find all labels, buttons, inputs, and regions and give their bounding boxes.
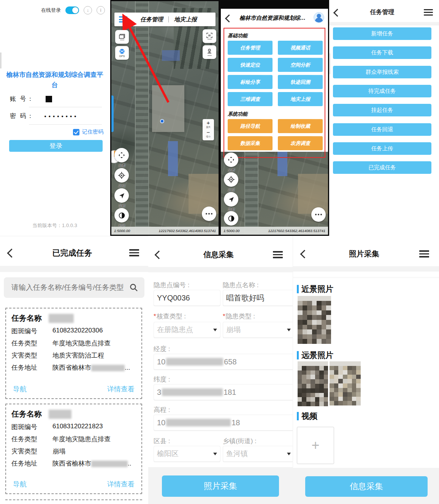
- menu-item-quick-locate[interactable]: 快速定位: [228, 58, 273, 72]
- menu-item-disaster-report[interactable]: 地灾上报: [278, 92, 323, 106]
- hazard-type-select[interactable]: 崩塌: [223, 322, 293, 338]
- tool-tiny-label: [208, 55, 212, 56]
- menu-item-plot-share[interactable]: 标绘分享: [228, 75, 273, 89]
- completed-tasks-button[interactable]: 已完成任务: [333, 161, 431, 174]
- zoom-out-button[interactable]: −: [207, 130, 210, 135]
- public-report-clue-button[interactable]: 群众举报线索: [333, 66, 431, 78]
- zoom-in-label: 放大: [206, 126, 211, 129]
- task-name-row: 任务名称: [11, 313, 136, 323]
- task-download-button[interactable]: 任务下载: [333, 46, 431, 59]
- menu-item-3d-survey[interactable]: 三维调查: [228, 92, 273, 106]
- far-photo-thumbnail[interactable]: [330, 361, 361, 405]
- remember-password-checkbox[interactable]: [73, 129, 79, 135]
- online-login-toggle[interactable]: [65, 6, 79, 14]
- altitude-label: 高程 :: [154, 405, 170, 414]
- search-icon[interactable]: [129, 283, 138, 292]
- todo-tasks-button[interactable]: 待完成任务: [333, 85, 431, 97]
- navigate-button[interactable]: [224, 192, 238, 207]
- stakeout-button[interactable]: [203, 45, 216, 59]
- task-card[interactable]: 任务名称 图斑编号61082320220306 任务类型年度地灾隐患点排查 灾害…: [5, 308, 142, 399]
- version-text: 当前版本号：1.0.0.3: [0, 222, 109, 229]
- search-input[interactable]: [11, 283, 129, 292]
- navigate-link[interactable]: 导航: [13, 480, 27, 489]
- point-no-field[interactable]: YYQ0036: [154, 290, 220, 306]
- select-extent-button[interactable]: [203, 29, 216, 43]
- locate-button[interactable]: [114, 168, 129, 183]
- avatar[interactable]: [314, 12, 324, 23]
- address-value: 陕西省榆林市..: [52, 459, 131, 468]
- menu-item-track-playback[interactable]: 轨迹回溯: [278, 75, 323, 89]
- locate-label: 定位: [111, 183, 132, 188]
- map-coordinates: 12217602.543362,4614083.513741: [268, 229, 325, 233]
- update-icon[interactable]: ↓: [84, 6, 92, 14]
- menu-item-data-collection[interactable]: 数据采集: [228, 136, 273, 150]
- county-select[interactable]: 榆阳区: [154, 446, 220, 462]
- menu-item-spatial-analysis[interactable]: 空间分析: [278, 58, 323, 72]
- address-value: 陕西省榆林市...: [52, 363, 130, 372]
- login-button[interactable]: 登录: [9, 140, 103, 152]
- scrollbar[interactable]: [0, 52, 2, 68]
- detail-link[interactable]: 详情查看: [107, 480, 135, 489]
- locate-button[interactable]: [224, 172, 238, 187]
- task-rollback-button[interactable]: 任务回退: [333, 123, 431, 136]
- back-icon[interactable]: [7, 248, 16, 258]
- task-card[interactable]: 任务名称 图斑编号61083120221823 任务类型年度地灾隐患点排查 灾害…: [5, 404, 142, 494]
- task-name-label: 任务名称: [11, 313, 42, 323]
- more-button[interactable]: [311, 207, 326, 222]
- altitude-field[interactable]: 1018: [154, 415, 293, 431]
- back-icon[interactable]: [225, 14, 233, 22]
- section-accent-bar: [297, 351, 299, 359]
- fullextent-button[interactable]: [224, 153, 238, 167]
- point-name-field[interactable]: 唱首歌好吗: [223, 290, 293, 306]
- zoom-in-button[interactable]: +: [207, 120, 210, 126]
- back-icon[interactable]: [333, 9, 341, 17]
- gps-button[interactable]: GPS: [115, 46, 129, 60]
- back-icon[interactable]: [155, 251, 163, 259]
- contrast-button[interactable]: [114, 208, 129, 223]
- latitude-label: 纬度 :: [154, 375, 170, 384]
- menu-item-video-call[interactable]: 视频通话: [278, 41, 323, 55]
- remember-password-label: 记住密码: [82, 129, 103, 135]
- menu-hamburger-icon[interactable]: [273, 250, 283, 260]
- near-photo-thumbnail[interactable]: [298, 296, 331, 344]
- far-photos-section-title: 远景照片: [297, 350, 333, 361]
- longitude-field[interactable]: 10658: [154, 354, 293, 370]
- menu-hamburger-icon[interactable]: [129, 248, 139, 258]
- basemap-layers-button[interactable]: [115, 30, 129, 44]
- far-photo-thumbnail[interactable]: [298, 361, 328, 406]
- detail-link[interactable]: 详情查看: [107, 385, 135, 394]
- info-icon[interactable]: i: [97, 6, 105, 14]
- field-label: 任务类型: [11, 435, 52, 444]
- latitude-field[interactable]: 3181: [154, 384, 293, 400]
- menu-item-task-management[interactable]: 任务管理: [228, 41, 273, 55]
- menu-item-route-navigation[interactable]: 路径导航: [228, 119, 273, 133]
- field-value: 地质灾害防治工程: [52, 351, 104, 360]
- check-type-select[interactable]: 在册隐患点: [154, 322, 220, 338]
- menu-hamburger-icon[interactable]: [419, 249, 429, 259]
- contrast-button[interactable]: [224, 211, 238, 226]
- photo-collect-button[interactable]: 照片采集: [162, 475, 279, 497]
- menu-item-draw-favorite[interactable]: 绘制收藏: [278, 119, 323, 133]
- check-type-label: *核查类型 :: [154, 312, 186, 321]
- map-status-bar: 1:5000.00 12217602.543362,4614083.513741: [221, 227, 328, 235]
- navigate-link[interactable]: 导航: [13, 385, 27, 394]
- menu-hamburger-icon[interactable]: [424, 8, 433, 17]
- edge-drawer-handle[interactable]: [111, 95, 114, 132]
- task-upload-button[interactable]: 任务上传: [333, 142, 431, 155]
- back-icon[interactable]: [300, 250, 309, 259]
- scrollbar[interactable]: [329, 53, 331, 74]
- navigate-button[interactable]: [114, 188, 129, 203]
- suspended-tasks-button[interactable]: 挂起任务: [333, 104, 431, 116]
- fullextent-button[interactable]: [114, 148, 129, 162]
- more-button[interactable]: [202, 207, 216, 221]
- add-task-button[interactable]: 新增任务: [333, 27, 431, 40]
- divider: [293, 266, 439, 272]
- menu-item-rural-housing-survey[interactable]: 农房调查: [278, 136, 323, 150]
- add-video-button[interactable]: +: [297, 427, 334, 464]
- field-value: 61083120221823: [52, 423, 103, 431]
- account-value-redacted[interactable]: [46, 96, 52, 102]
- video-section-title: 视频: [297, 411, 317, 421]
- info-collect-button[interactable]: 信息采集: [305, 476, 428, 497]
- town-select[interactable]: 鱼河镇: [223, 446, 293, 462]
- password-value[interactable]: ••••••••: [44, 113, 78, 119]
